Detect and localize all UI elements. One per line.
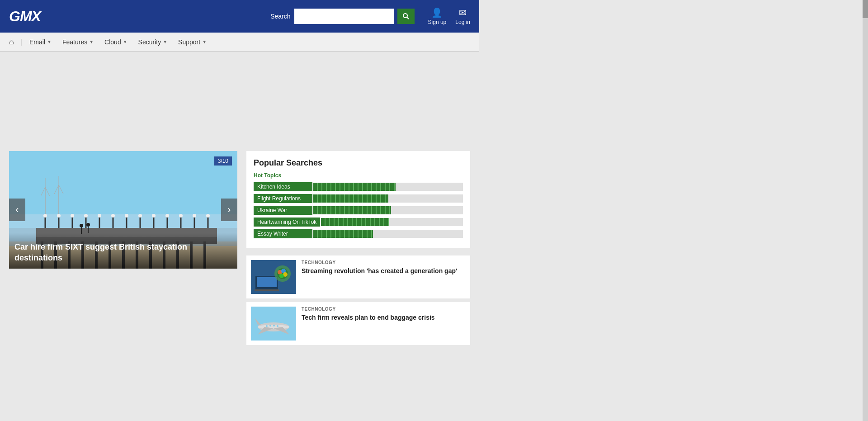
search-bar-label: Kitchen Ideas: [254, 182, 312, 191]
svg-point-40: [111, 214, 115, 218]
chevron-left-icon: ‹: [15, 204, 19, 216]
nav-support-label: Support: [178, 38, 200, 46]
nav-item-cloud[interactable]: Cloud ▼: [99, 33, 133, 52]
content-area: 3/10 ‹ › Car hire firm SIXT suggest Brit…: [0, 151, 479, 358]
chevron-down-icon: ▼: [89, 39, 94, 44]
news-item-1[interactable]: TECHNOLOGY Streaming revolution 'has cre…: [246, 255, 470, 298]
search-bar-label: Flight Regulations: [254, 194, 312, 203]
popular-searches-widget: Popular Searches Hot Topics Kitchen Idea…: [246, 151, 470, 248]
svg-point-75: [266, 325, 268, 327]
news-category-1: TECHNOLOGY: [302, 260, 466, 265]
nav-item-security[interactable]: Security ▼: [133, 33, 173, 52]
news-title-1: Streaming revolution 'has created a gene…: [302, 267, 466, 275]
search-bar-kitchen-ideas[interactable]: Kitchen Ideas: [254, 182, 463, 191]
nav-item-features[interactable]: Features ▼: [57, 33, 99, 52]
search-input[interactable]: [294, 9, 394, 24]
svg-point-78: [277, 325, 278, 327]
carousel-caption-text: Car hire firm SIXT suggest British stayc…: [14, 242, 232, 263]
svg-point-38: [98, 214, 101, 218]
scrollbar[interactable]: [863, 0, 868, 421]
search-bar-heartwarming-tiktok[interactable]: Heartwarming On TikTok: [254, 218, 463, 227]
carousel-counter: 3/10: [214, 156, 232, 166]
svg-point-54: [206, 214, 210, 218]
news-content-2: TECHNOLOGY Tech firm reveals plan to end…: [302, 307, 466, 341]
search-bar-label: Essay Writer: [254, 229, 312, 238]
search-bar-essay-writer[interactable]: Essay Writer: [254, 229, 463, 238]
svg-point-46: [152, 214, 156, 218]
svg-line-1: [407, 17, 409, 19]
header: GMX Search 👤 Sign up ✉ Log in: [0, 0, 479, 33]
svg-point-30: [43, 214, 47, 218]
news-category-2: TECHNOLOGY: [302, 307, 466, 312]
user-icon: 👤: [431, 7, 443, 18]
svg-point-76: [269, 325, 271, 326]
nav-item-support[interactable]: Support ▼: [173, 33, 212, 52]
scrollbar-thumb[interactable]: [863, 0, 868, 18]
carousel-caption: Car hire firm SIXT suggest British stayc…: [9, 233, 237, 269]
chevron-down-icon: ▼: [202, 39, 207, 44]
search-bar-fill: [313, 206, 391, 214]
news-item-2[interactable]: TECHNOLOGY Tech firm reveals plan to end…: [246, 302, 470, 345]
svg-point-52: [193, 214, 196, 218]
login-link[interactable]: ✉ Log in: [455, 7, 470, 25]
svg-point-32: [57, 214, 61, 218]
nav-home[interactable]: ⌂: [5, 37, 19, 47]
nav-divider: |: [20, 38, 22, 46]
signup-link[interactable]: 👤 Sign up: [428, 7, 447, 25]
search-bar-ukraine-war[interactable]: Ukraine War: [254, 206, 463, 215]
logo[interactable]: GMX: [9, 8, 41, 25]
svg-point-48: [165, 214, 169, 218]
news-thumb-svg-2: [251, 307, 296, 341]
chevron-down-icon: ▼: [123, 39, 127, 44]
svg-point-55: [80, 224, 83, 227]
svg-point-34: [71, 214, 74, 218]
search-button[interactable]: [397, 9, 415, 24]
ad-space: [0, 52, 479, 151]
svg-point-36: [84, 214, 88, 218]
search-icon: [402, 13, 410, 20]
news-thumb-1: [251, 260, 296, 294]
news-thumb-svg-1: [251, 260, 296, 294]
header-actions: 👤 Sign up ✉ Log in: [428, 7, 470, 25]
signup-label: Sign up: [428, 19, 447, 25]
svg-point-50: [179, 214, 183, 218]
news-content-1: TECHNOLOGY Streaming revolution 'has cre…: [302, 260, 466, 294]
carousel-prev-button[interactable]: ‹: [9, 199, 25, 221]
search-label: Search: [270, 13, 290, 20]
main-wrapper: 3/10 ‹ › Car hire firm SIXT suggest Brit…: [0, 52, 479, 358]
nav-item-email[interactable]: Email ▼: [24, 33, 57, 52]
search-bar-fill: [313, 194, 388, 203]
news-title-2: Tech firm reveals plan to end baggage cr…: [302, 313, 466, 322]
search-bar-track: [313, 206, 463, 214]
news-thumb-2: [251, 307, 296, 341]
svg-point-0: [403, 14, 407, 18]
svg-point-44: [138, 214, 142, 218]
svg-point-68: [279, 274, 284, 278]
navbar: ⌂ | Email ▼ Features ▼ Cloud ▼ Security …: [0, 33, 479, 52]
svg-point-77: [273, 325, 275, 326]
search-area: Search: [270, 9, 414, 24]
right-panel: Popular Searches Hot Topics Kitchen Idea…: [246, 151, 470, 349]
popular-searches-title: Popular Searches: [254, 158, 463, 168]
search-bar-fill: [313, 183, 396, 191]
carousel: 3/10 ‹ › Car hire firm SIXT suggest Brit…: [9, 151, 237, 349]
search-bar-track: [313, 194, 463, 203]
chevron-down-icon: ▼: [163, 39, 167, 44]
nav-security-label: Security: [138, 38, 161, 46]
search-bar-label: Ukraine War: [254, 206, 312, 215]
nav-cloud-label: Cloud: [104, 38, 121, 46]
search-bar-fill: [321, 218, 389, 226]
chevron-right-icon: ›: [227, 204, 231, 216]
search-bar-track: [313, 230, 463, 238]
carousel-next-button[interactable]: ›: [221, 199, 237, 221]
mail-icon: ✉: [459, 7, 467, 18]
svg-point-42: [125, 214, 128, 218]
nav-features-label: Features: [62, 38, 87, 46]
svg-rect-62: [255, 289, 279, 291]
search-bar-fill: [313, 230, 373, 238]
chevron-down-icon: ▼: [47, 39, 52, 44]
search-bar-track: [321, 218, 463, 226]
nav-email-label: Email: [29, 38, 45, 46]
search-bar-flight-regulations[interactable]: Flight Regulations: [254, 194, 463, 203]
search-bar-track: [313, 183, 463, 191]
